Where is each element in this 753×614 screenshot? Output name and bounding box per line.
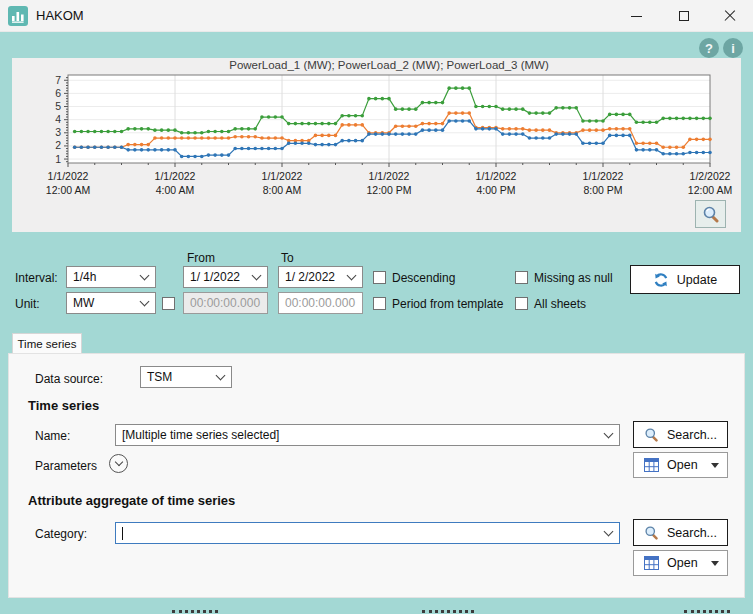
search-label: Search... (667, 526, 717, 540)
open-label: Open (667, 458, 698, 472)
svg-text:1/2/2022: 1/2/2022 (690, 170, 731, 182)
chevron-down-icon (347, 271, 357, 281)
table-icon (644, 556, 659, 570)
timeseries-chart: PowerLoad_1 (MW); PowerLoad_2 (MW); Powe… (12, 58, 741, 232)
search-icon (644, 525, 659, 540)
category-select[interactable] (115, 522, 620, 544)
from-label: From (187, 251, 215, 265)
close-button[interactable] (707, 0, 753, 32)
text-caret (122, 527, 123, 540)
background-window-fragment (684, 610, 730, 613)
svg-text:5: 5 (55, 100, 61, 112)
data-source-value: TSM (147, 370, 172, 384)
parameters-expander-button[interactable] (109, 454, 128, 473)
svg-text:1/1/2022: 1/1/2022 (48, 170, 89, 182)
data-source-select[interactable]: TSM (140, 366, 232, 388)
time-from-value: 00:00:00.000 (190, 296, 260, 310)
app-icon (8, 6, 28, 26)
to-date-value: 1/ 2/2022 (285, 270, 335, 284)
titlebar: HAKOM (0, 0, 753, 32)
help-icon: ? (705, 41, 713, 56)
window-title: HAKOM (36, 8, 84, 23)
close-icon (724, 10, 736, 22)
parameters-label: Parameters (35, 459, 97, 473)
info-icon: i (731, 41, 735, 56)
chevron-down-icon (140, 297, 150, 307)
chart-panel: PowerLoad_1 (MW); PowerLoad_2 (MW); Powe… (12, 58, 741, 232)
update-label: Update (677, 273, 717, 287)
chevron-down-icon (252, 271, 262, 281)
missing-as-null-label: Missing as null (534, 271, 613, 285)
svg-text:4: 4 (55, 113, 61, 125)
svg-text:1/1/2022: 1/1/2022 (583, 170, 624, 182)
interval-value: 1/4h (73, 270, 96, 284)
svg-text:4:00 PM: 4:00 PM (476, 184, 515, 196)
category-search-button[interactable]: Search... (633, 519, 728, 546)
time-override-checkbox[interactable] (162, 297, 175, 310)
interval-select[interactable]: 1/4h (66, 266, 156, 288)
name-open-button[interactable]: Open (633, 452, 728, 478)
interval-label: Interval: (15, 271, 58, 285)
minimize-button[interactable] (613, 0, 659, 32)
svg-text:12:00 AM: 12:00 AM (46, 184, 90, 196)
all-sheets-checkbox[interactable] (515, 297, 528, 310)
svg-text:2: 2 (55, 139, 61, 151)
table-icon (644, 458, 659, 472)
period-from-template-label: Period from template (392, 297, 503, 311)
descending-label: Descending (392, 271, 455, 285)
descending-checkbox[interactable] (373, 271, 386, 284)
name-value: [Multiple time series selected] (122, 428, 279, 442)
time-to-value: 00:00:00.000 (285, 296, 355, 310)
name-label: Name: (35, 429, 70, 443)
from-date-select[interactable]: 1/ 1/2022 (183, 266, 268, 288)
all-sheets-label: All sheets (534, 297, 586, 311)
svg-text:1/1/2022: 1/1/2022 (262, 170, 303, 182)
chevron-down-icon (114, 458, 122, 466)
chevron-down-icon (140, 271, 150, 281)
category-open-button[interactable]: Open (633, 550, 728, 576)
refresh-icon (653, 272, 669, 288)
minimize-icon (631, 16, 642, 17)
unit-value: MW (73, 296, 94, 310)
maximize-icon (679, 11, 689, 21)
chart-zoom-button[interactable] (695, 200, 726, 228)
from-date-value: 1/ 1/2022 (190, 270, 240, 284)
maximize-button[interactable] (661, 0, 707, 32)
time-from-field: 00:00:00.000 (183, 292, 268, 314)
svg-text:12:00 AM: 12:00 AM (688, 184, 732, 196)
search-label: Search... (667, 428, 717, 442)
period-from-template-checkbox[interactable] (373, 297, 386, 310)
background-window-fragment (422, 610, 474, 613)
attribute-aggregate-heading: Attribute aggregate of time series (28, 493, 235, 508)
svg-text:1/1/2022: 1/1/2022 (155, 170, 196, 182)
time-series-heading: Time series (28, 398, 99, 413)
svg-text:12:00 PM: 12:00 PM (367, 184, 412, 196)
info-button[interactable]: i (723, 38, 743, 58)
dropdown-arrow-icon (711, 463, 719, 468)
name-search-button[interactable]: Search... (633, 421, 728, 448)
unit-select[interactable]: MW (66, 292, 156, 314)
chevron-down-icon (604, 527, 614, 537)
magnifier-icon (702, 205, 720, 223)
svg-text:PowerLoad_1 (MW); PowerLoad_2: PowerLoad_1 (MW); PowerLoad_2 (MW); Powe… (229, 59, 549, 71)
svg-text:6: 6 (55, 87, 61, 99)
time-to-field[interactable]: 00:00:00.000 (278, 292, 363, 314)
svg-text:1/1/2022: 1/1/2022 (369, 170, 410, 182)
help-button[interactable]: ? (699, 38, 719, 58)
name-select[interactable]: [Multiple time series selected] (115, 424, 620, 446)
background-window-fragment (172, 610, 218, 613)
dropdown-arrow-icon (711, 561, 719, 566)
missing-as-null-checkbox[interactable] (515, 271, 528, 284)
svg-text:8:00 PM: 8:00 PM (583, 184, 622, 196)
tab-time-series[interactable]: Time series (12, 333, 82, 354)
svg-text:3: 3 (55, 126, 61, 138)
svg-text:1/1/2022: 1/1/2022 (476, 170, 517, 182)
category-label: Category: (35, 527, 87, 541)
to-date-select[interactable]: 1/ 2/2022 (278, 266, 363, 288)
search-icon (644, 427, 659, 442)
update-button[interactable]: Update (630, 265, 740, 294)
open-label: Open (667, 556, 698, 570)
unit-label: Unit: (15, 297, 40, 311)
to-label: To (281, 251, 294, 265)
chevron-down-icon (216, 371, 226, 381)
